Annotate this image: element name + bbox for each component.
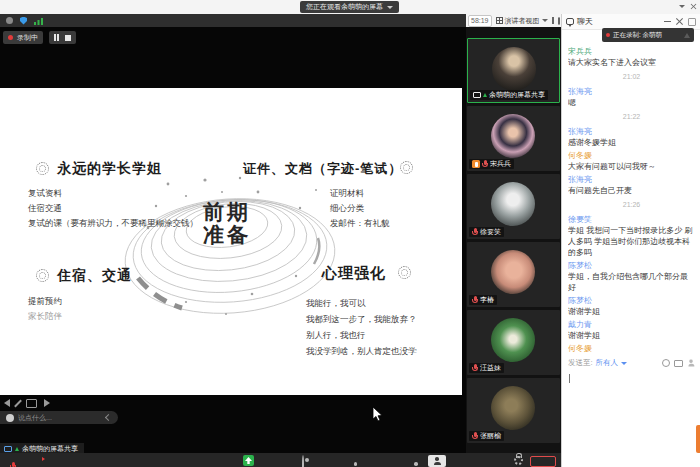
participant-tile[interactable]: 李椿	[467, 242, 560, 307]
chat-bubble-icon	[566, 18, 574, 25]
slide-bullet: 我能行，我可以	[306, 298, 366, 310]
slide-bullet: 证明材料	[330, 188, 364, 200]
device-icon[interactable]	[558, 17, 560, 25]
participant-name: 徐要笑	[480, 227, 501, 237]
raised-hand-icon	[472, 160, 480, 168]
participant-tile[interactable]: 张丽榆	[467, 378, 560, 443]
layout-grid-icon	[496, 17, 503, 24]
close-chat-icon[interactable]	[676, 18, 683, 25]
chat-sender: 宋兵兵	[568, 46, 695, 57]
avatar	[491, 250, 535, 294]
chat-message: 张海亮 有问题先自己开麦	[568, 174, 695, 196]
spiral-bullet-icon	[398, 266, 411, 279]
layout-view-label: 演讲者视图	[505, 16, 540, 26]
fullscreen-icon[interactable]	[552, 17, 554, 24]
slide-bullet: 我都到这一步了，我能放弃？	[306, 314, 417, 326]
chat-text: 学姐 我想问一下当时报录比多少 刷人多吗 学姐当时你们那边歧视本科的多吗	[568, 225, 695, 258]
green-up-arrow-icon	[483, 93, 487, 97]
chat-message-list[interactable]: 宋兵兵 请大家实名下进入会议室 21:02 张海亮 嗯 21:22 张海亮 感谢…	[568, 46, 695, 354]
window-close-icon[interactable]	[691, 4, 697, 10]
emoji-face-icon	[6, 414, 14, 422]
chat-text: 大家有问题可以问我呀～	[568, 161, 695, 172]
stop-recording-icon[interactable]	[65, 35, 71, 41]
slide-bullet: 我没学到啥，别人肯定也没学	[306, 346, 417, 358]
chat-sender: 张海亮	[568, 86, 695, 97]
chat-sender: 徐要笑	[568, 214, 695, 225]
participant-tile[interactable]: 汪益妹	[467, 310, 560, 375]
participant-name: 汪益妹	[480, 363, 501, 373]
chat-sender: 何冬媛	[568, 343, 695, 354]
avatar	[491, 114, 535, 158]
person-icon	[433, 457, 441, 465]
send-to-dropdown[interactable]: 所有人	[596, 358, 619, 368]
chat-sender: 张海亮	[568, 126, 695, 137]
leave-meeting-button[interactable]	[530, 456, 556, 467]
layout-view-button[interactable]: 演讲者视图	[496, 16, 548, 26]
minimize-chat-icon[interactable]	[664, 21, 671, 22]
chat-input[interactable]	[562, 370, 700, 467]
spiral-bullet-icon	[400, 161, 413, 174]
participant-label: 宋兵兵	[469, 159, 514, 169]
mention-icon[interactable]	[688, 360, 695, 367]
participant-label: 李椿	[469, 295, 497, 305]
slide-bullet: 提前预约	[28, 296, 62, 308]
chat-sender: 陈梦松	[568, 295, 695, 306]
settings-button[interactable]	[514, 456, 523, 465]
orange-scrollbar-handle[interactable]	[696, 425, 700, 453]
manage-members-button[interactable]	[412, 462, 420, 467]
slide-bullet: 别人行，我也行	[306, 330, 366, 342]
participant-name: 余萌萌的屏幕共享	[489, 90, 545, 100]
participants-button[interactable]	[351, 462, 359, 467]
redo-arrow-icon[interactable]	[44, 399, 50, 407]
chevron-down-icon	[542, 19, 548, 22]
quick-chat-placeholder: 说点什么...	[18, 413, 52, 423]
pause-recording-icon[interactable]	[54, 34, 59, 41]
screen-share-icon	[473, 92, 481, 98]
mic-muted-icon	[482, 160, 488, 168]
recording-badge: 录制中	[3, 31, 43, 44]
chat-message: 陈梦松 谢谢学姐	[568, 295, 695, 317]
participant-tile[interactable]: 宋兵兵	[467, 106, 560, 171]
pen-icon[interactable]	[14, 399, 22, 407]
recording-logo-icon	[684, 33, 690, 38]
security-shield-icon[interactable]	[20, 17, 27, 25]
chat-message: 陈梦松 学姐，自我介绍包含哪几个部分最好	[568, 260, 695, 293]
participant-name: 宋兵兵	[490, 159, 511, 169]
undo-arrow-icon[interactable]	[4, 399, 10, 407]
image-upload-icon[interactable]	[674, 360, 683, 367]
mic-muted-icon	[472, 432, 478, 440]
meeting-info-icon[interactable]	[6, 17, 13, 24]
slide-section-title: 证件、文档（字迹-笔试）	[243, 160, 402, 178]
send-to-label: 发送至:	[568, 358, 593, 368]
chat-button-active[interactable]	[428, 455, 446, 467]
window-collapse-icon[interactable]	[679, 5, 685, 8]
chat-message: 徐要笑 学姐 我想问一下当时报录比多少 刷人多吗 学姐当时你们那边歧视本科的多吗	[568, 214, 695, 258]
record-button[interactable]	[302, 455, 304, 467]
avatar	[491, 182, 535, 226]
meeting-app-window: 您正在观看余萌萌的屏幕 58:19 演讲者视图 录制中	[0, 0, 700, 467]
share-screen-button[interactable]	[243, 455, 254, 466]
mic-muted-button[interactable]	[10, 462, 16, 467]
recording-toast: 正在录制: 余萌萌	[602, 28, 694, 42]
meeting-info-bar	[0, 14, 466, 27]
participant-tile-sharing[interactable]: 余萌萌的屏幕共享	[467, 38, 560, 103]
record-dot-icon	[8, 35, 13, 40]
slide-section-title: 心理强化	[322, 264, 386, 283]
chevron-down-icon	[621, 362, 627, 365]
mic-muted-icon	[472, 296, 478, 304]
participant-name: 李椿	[480, 295, 494, 305]
slide-bullet: 复试的课（要有辨识力，不要稀里糊涂交钱）	[28, 218, 198, 230]
emoji-picker-icon[interactable]	[662, 359, 670, 367]
popout-chat-icon[interactable]	[688, 18, 696, 26]
network-signal-icon[interactable]	[34, 17, 43, 25]
whiteboard-icon[interactable]	[26, 399, 37, 408]
collapse-left-icon[interactable]	[105, 414, 112, 421]
mic-muted-icon	[472, 228, 478, 236]
chat-message: 宋兵兵 请大家实名下进入会议室	[568, 46, 695, 68]
chat-text: 嗯	[568, 97, 695, 108]
record-dot-icon	[606, 33, 610, 37]
recording-badge-label: 录制中	[17, 33, 38, 43]
window-titlebar: 您正在观看余萌萌的屏幕	[0, 0, 700, 15]
participant-tile[interactable]: 徐要笑	[467, 174, 560, 239]
quick-chat-bar[interactable]: 说点什么...	[0, 411, 118, 424]
